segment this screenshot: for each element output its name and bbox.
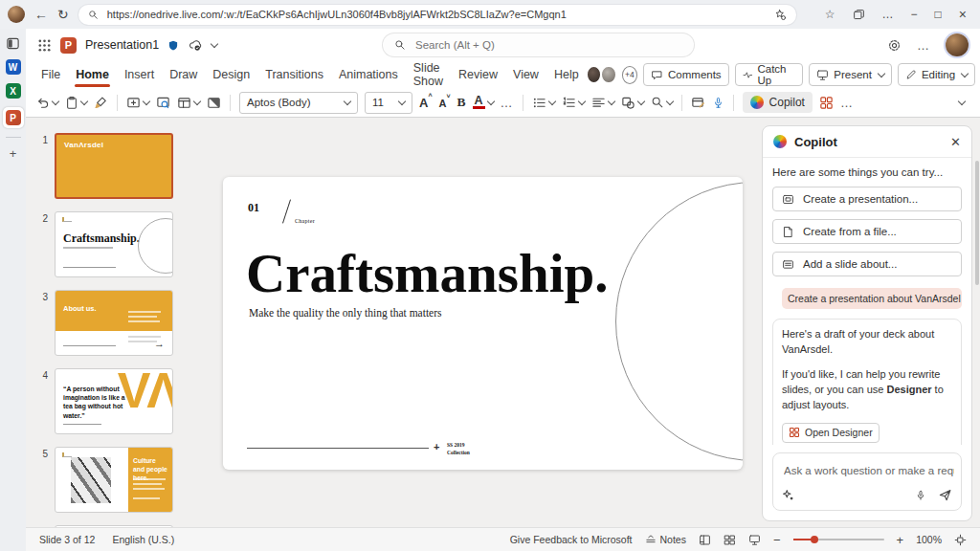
fit-to-window-icon[interactable] [954, 534, 967, 546]
app-launcher-icon[interactable] [37, 38, 52, 53]
send-icon[interactable] [938, 488, 952, 502]
tab-review[interactable]: Review [451, 63, 505, 86]
collections-icon[interactable] [853, 9, 865, 21]
open-designer-button[interactable]: Open Designer [782, 423, 880, 443]
minimize-icon[interactable]: − [911, 8, 918, 21]
slide-title[interactable]: Craftsmanship. [246, 242, 608, 304]
account-avatar[interactable] [946, 33, 969, 56]
grow-font-button[interactable]: A˄ [419, 96, 432, 110]
tab-transitions[interactable]: Transitions [257, 63, 331, 86]
collapse-ribbon-icon[interactable] [958, 98, 966, 105]
url-input[interactable] [105, 8, 768, 21]
suggestion-create-presentation[interactable]: Create a presentation... [772, 187, 962, 211]
sensitivity-shield-icon[interactable] [167, 39, 179, 52]
font-name-select[interactable]: Aptos (Body) [239, 92, 358, 114]
slide-thumbnail-3[interactable]: About us. → [55, 290, 173, 356]
maximize-icon[interactable]: □ [935, 8, 942, 21]
normal-view-icon[interactable] [699, 534, 711, 546]
save-status-cloud-icon[interactable] [188, 38, 203, 52]
slide-thumbnail-6[interactable] [55, 525, 173, 527]
prompt-sparkle-icon[interactable] [782, 489, 795, 502]
undo-button[interactable] [35, 96, 58, 110]
word-app-icon[interactable]: W [6, 59, 21, 75]
suggestion-create-from-file[interactable]: Create from a file... [772, 219, 962, 244]
browser-profile-avatar[interactable] [8, 6, 25, 23]
settings-gear-icon[interactable] [887, 38, 902, 53]
layout-button[interactable] [177, 96, 200, 110]
chapter-block[interactable]: 01 Chapter [248, 198, 259, 215]
slideshow-view-icon[interactable] [748, 534, 761, 546]
browser-menu-icon[interactable]: … [882, 8, 894, 21]
document-title[interactable]: Presentation1 [85, 38, 159, 52]
close-icon[interactable]: ✕ [950, 135, 961, 149]
tab-home[interactable]: Home [68, 63, 117, 86]
editing-mode-button[interactable]: Editing [898, 63, 975, 86]
chevron-down-icon[interactable] [211, 40, 218, 48]
excel-app-icon[interactable]: X [6, 83, 21, 99]
numbering-button[interactable] [562, 96, 585, 110]
close-icon[interactable]: × [959, 7, 967, 22]
copilot-prompt-input[interactable] [782, 464, 956, 477]
header-more-icon[interactable]: … [917, 38, 930, 53]
zoom-slider-thumb[interactable] [811, 536, 818, 543]
format-painter-icon[interactable] [94, 96, 108, 110]
presence-avatar[interactable] [601, 66, 616, 83]
tab-design[interactable]: Design [205, 63, 257, 86]
tab-draw[interactable]: Draw [162, 63, 205, 86]
copilot-input-card[interactable] [772, 452, 962, 511]
feedback-link[interactable]: Give Feedback to Microsoft [510, 534, 633, 545]
shapes-button[interactable] [621, 96, 644, 110]
slide-footer-text[interactable]: SS 2019 Collection [447, 441, 470, 457]
powerpoint-app-active[interactable]: P [3, 107, 24, 128]
slide-thumbnail-2[interactable]: Craftsmanship. [55, 211, 173, 277]
presence-avatar[interactable] [587, 66, 602, 83]
m365-home-icon[interactable] [6, 36, 20, 51]
shrink-font-button[interactable]: A˅ [438, 97, 450, 109]
tab-slide-show[interactable]: Slide Show [406, 56, 451, 93]
favorites-icon[interactable]: ☆ [825, 8, 835, 21]
toolbar-more-icon[interactable]: … [840, 96, 854, 110]
slide-thumbnail-4[interactable]: VΛ “A person without imagination is like… [55, 368, 173, 434]
reset-slide-icon[interactable] [207, 96, 221, 110]
designer-grid-icon[interactable] [819, 96, 834, 110]
tab-insert[interactable]: Insert [117, 63, 162, 86]
site-permissions-icon[interactable] [774, 9, 787, 21]
paste-button[interactable] [65, 96, 87, 110]
scrollbar[interactable] [975, 161, 979, 285]
find-button[interactable] [651, 96, 673, 109]
dictate-mic-icon[interactable] [712, 96, 724, 110]
slide-thumbnail-1[interactable]: VanΛrsdel [55, 133, 173, 199]
search-box[interactable] [383, 33, 694, 56]
present-button[interactable]: Present [809, 63, 892, 86]
font-color-button[interactable]: A [473, 96, 494, 109]
font-size-select[interactable]: 11 [365, 92, 412, 114]
copilot-toolbar-button[interactable]: Copilot [743, 92, 813, 113]
tab-file[interactable]: File [33, 63, 68, 86]
bullets-button[interactable] [532, 96, 555, 110]
zoom-out-button[interactable]: − [773, 533, 781, 547]
slide-canvas[interactable]: 01 Chapter Craftsmanship. Make the quali… [223, 177, 743, 470]
address-bar[interactable] [78, 5, 796, 25]
language-selector[interactable]: English (U.S.) [112, 534, 174, 545]
suggestion-add-slide[interactable]: Add a slide about... [772, 252, 962, 276]
slide-subtitle[interactable]: Make the quality the only thing that mat… [249, 307, 442, 319]
back-icon[interactable]: ← [34, 7, 48, 22]
mic-icon[interactable] [915, 489, 926, 502]
powerpoint-logo[interactable]: P [60, 37, 77, 54]
slide-thumbnail-5[interactable]: Culture and people here. [55, 447, 173, 513]
zoom-in-button[interactable]: + [897, 533, 904, 547]
slide-sorter-view-icon[interactable] [724, 534, 736, 546]
refresh-icon[interactable]: ↻ [57, 7, 69, 22]
align-button[interactable] [591, 96, 614, 110]
catch-up-button[interactable]: Catch Up [735, 63, 804, 86]
add-app-icon[interactable]: + [10, 146, 17, 161]
search-input[interactable] [413, 38, 682, 52]
designer-preview-icon[interactable] [156, 96, 170, 110]
notes-toggle[interactable]: Notes [645, 534, 686, 545]
zoom-slider[interactable] [793, 539, 884, 540]
tab-help[interactable]: Help [546, 63, 587, 86]
bold-button[interactable]: B [457, 95, 466, 110]
font-more-icon[interactable]: … [501, 96, 514, 110]
comments-button[interactable]: Comments [643, 63, 729, 86]
zoom-level[interactable]: 100% [916, 534, 942, 545]
